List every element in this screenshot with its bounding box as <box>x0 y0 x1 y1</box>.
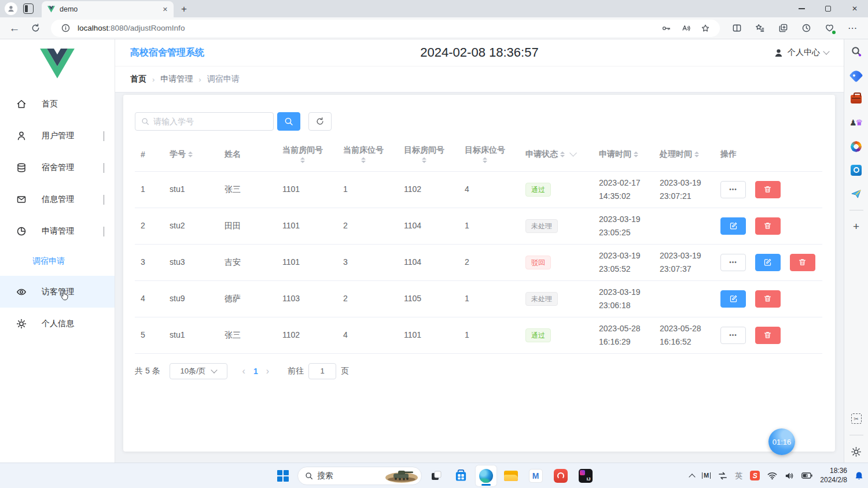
user-menu[interactable]: 个人中心 <box>774 47 829 58</box>
sidebar-item-users[interactable]: 用户管理 <box>0 120 115 151</box>
address-bar[interactable]: localhost:8080/adjustRoomInfo <box>51 20 720 37</box>
tray-marktext-icon[interactable]: M <box>702 472 711 479</box>
status-filter-icon[interactable] <box>569 149 577 157</box>
volume-icon[interactable] <box>785 472 794 480</box>
microsoft-store-button[interactable] <box>451 465 472 486</box>
trash-icon <box>763 294 772 303</box>
ime-indicator[interactable]: 英 <box>735 471 742 481</box>
workspace-icon[interactable] <box>23 3 34 14</box>
marktext-button[interactable]: M <box>525 465 546 486</box>
browser-menu-icon[interactable]: ⋯ <box>843 20 862 37</box>
back-button[interactable]: ← <box>6 20 23 37</box>
start-button[interactable] <box>273 465 293 486</box>
gear-icon <box>16 319 27 329</box>
favorites-icon[interactable] <box>750 20 770 37</box>
sidebar-settings-icon[interactable] <box>849 444 864 459</box>
sidebar-shopping-icon[interactable] <box>849 68 864 83</box>
cell-current-room: 1103 <box>277 280 337 317</box>
task-view-button[interactable] <box>426 465 447 486</box>
sort-carets[interactable] <box>422 157 426 163</box>
delete-button[interactable] <box>755 327 781 344</box>
sidebar-subitem-room-adjustment[interactable]: 调宿申请 <box>0 247 115 276</box>
breadcrumb-home[interactable]: 首页 <box>130 74 146 84</box>
more-button[interactable]: ••• <box>720 181 746 198</box>
sidebar-item-profile[interactable]: 个人信息 <box>0 308 115 339</box>
site-info-icon[interactable] <box>58 21 73 36</box>
edit-button[interactable] <box>720 290 746 308</box>
collections-icon[interactable] <box>773 20 793 37</box>
search-input[interactable] <box>153 117 267 126</box>
edit-button[interactable] <box>720 217 746 235</box>
sidebar-item-home[interactable]: 首页 <box>0 88 115 120</box>
edit-button[interactable] <box>755 254 781 271</box>
cell-target-bed: 1 <box>459 208 520 244</box>
taskbar-search-box[interactable]: 搜索 <box>297 467 422 485</box>
delete-button[interactable] <box>790 254 815 271</box>
more-button[interactable]: ••• <box>720 254 746 271</box>
sort-carets[interactable] <box>300 157 305 163</box>
prev-page-button[interactable]: ‹ <box>242 366 245 376</box>
new-tab-button[interactable]: + <box>176 1 192 17</box>
favorite-star-icon[interactable] <box>698 21 713 36</box>
notification-bell-icon[interactable] <box>855 471 863 480</box>
tray-sync-icon[interactable] <box>718 471 727 480</box>
window-maximize-button[interactable] <box>815 0 841 17</box>
taskbar-clock[interactable]: 18:36 2024/2/8 <box>820 467 847 485</box>
sort-carets[interactable] <box>188 151 193 157</box>
sidebar-outlook-icon[interactable] <box>849 162 864 178</box>
sidebar-item-applications[interactable]: 申请管理 <box>0 215 115 247</box>
battery-icon[interactable] <box>801 472 812 479</box>
history-icon[interactable] <box>796 20 816 37</box>
delete-button[interactable] <box>755 290 781 308</box>
goto-page-input[interactable] <box>308 363 336 379</box>
wifi-icon[interactable] <box>767 472 777 480</box>
page-size-select[interactable]: 10条/页 <box>170 363 227 379</box>
sogou-input-icon[interactable]: S <box>750 471 760 480</box>
delete-button[interactable] <box>755 217 781 235</box>
sidebar-drop-icon[interactable] <box>849 186 864 201</box>
sort-carets[interactable] <box>560 151 565 157</box>
sort-carets[interactable] <box>483 157 487 163</box>
sidebar-toolbox-icon[interactable] <box>849 91 864 106</box>
sort-carets[interactable] <box>694 151 699 157</box>
sidebar-item-visitors[interactable]: 访客管理 <box>0 276 115 308</box>
cell-apply-time: 2023-03-19 23:05:52 <box>593 244 654 280</box>
sidebar-search-icon[interactable] <box>849 44 864 59</box>
reset-button[interactable] <box>308 112 332 131</box>
read-aloud-icon[interactable] <box>678 21 693 36</box>
browser-tab[interactable]: demo ✕ <box>42 1 174 17</box>
browser-profile-avatar[interactable] <box>5 2 17 15</box>
browser-essentials-icon[interactable] <box>819 20 839 37</box>
sidebar-add-icon[interactable]: + <box>849 219 864 234</box>
student-id-search-field[interactable] <box>135 112 274 131</box>
sort-carets[interactable] <box>634 151 638 157</box>
next-page-button[interactable]: › <box>266 366 269 376</box>
cell-status: 通过 <box>520 317 593 353</box>
window-minimize-button[interactable] <box>788 0 815 17</box>
refresh-button[interactable] <box>27 20 44 37</box>
col-actions: 操作 <box>715 138 822 171</box>
breadcrumb-application-mgmt[interactable]: 申请管理 <box>160 74 193 84</box>
page-number[interactable]: 1 <box>253 367 258 376</box>
file-explorer-button[interactable] <box>501 465 521 486</box>
edge-browser-button[interactable] <box>476 465 496 486</box>
more-button[interactable]: ••• <box>720 327 746 344</box>
sidebar-item-dorms[interactable]: 宿舍管理 <box>0 151 115 183</box>
tab-close-icon[interactable]: ✕ <box>163 6 168 13</box>
search-button[interactable] <box>277 112 300 131</box>
hidden-icons-chevron[interactable] <box>690 472 694 479</box>
sidebar-microsoft365-icon[interactable] <box>849 139 864 154</box>
browser-titlebar: demo ✕ + ✕ <box>0 0 868 17</box>
appgallery-button[interactable] <box>550 465 571 486</box>
sort-carets[interactable] <box>361 157 366 163</box>
split-screen-icon[interactable] <box>727 20 746 37</box>
delete-button[interactable] <box>755 181 781 198</box>
sidebar-screenshot-icon[interactable]: ✂ <box>849 411 864 426</box>
sidebar-games-icon[interactable]: ♟♛ <box>849 115 864 130</box>
recording-timer-badge[interactable]: 01:16 <box>768 428 795 455</box>
intellij-button[interactable]: IJ <box>575 465 596 486</box>
window-close-button[interactable]: ✕ <box>841 0 868 17</box>
cell-current-room: 1102 <box>277 317 337 353</box>
password-icon[interactable] <box>659 21 674 36</box>
sidebar-item-messages[interactable]: 信息管理 <box>0 183 115 215</box>
